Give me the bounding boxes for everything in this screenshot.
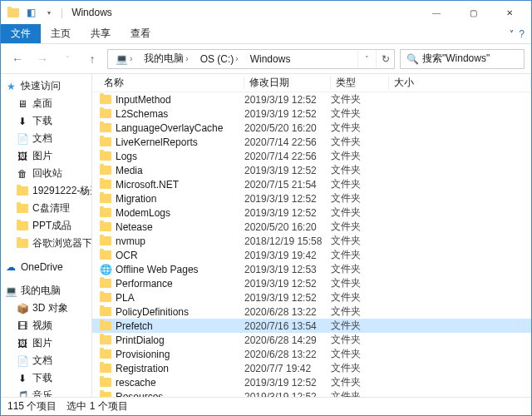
file-date: 2019/3/19 12:52 [244,193,331,205]
nav-item-icon: 🖥 [16,97,29,111]
search-input[interactable]: 🔍 搜索"Windows" [400,49,525,69]
file-row[interactable]: PrintDialog2020/6/28 14:29文件夹 [92,333,531,347]
nav-item[interactable]: 🎞视频 [1,317,91,334]
tab-file[interactable]: 文件 [1,24,41,43]
file-type: 文件夹 [331,333,389,347]
nav-item[interactable]: 🎵音乐 [1,387,91,397]
file-type: 文件夹 [331,305,389,319]
nav-item[interactable]: ⬇下载 [1,112,91,130]
file-date: 2020/6/28 13:22 [244,306,331,318]
file-row[interactable]: Performance2019/3/19 12:52文件夹 [92,276,531,290]
file-name: Registration [116,363,169,374]
forward-button[interactable]: → [32,49,52,69]
file-row[interactable]: 🌐Offline Web Pages2019/3/19 12:53文件夹 [92,262,531,276]
file-row[interactable]: InputMethod2019/3/19 12:52文件夹 [92,92,531,106]
col-name[interactable]: 名称 [99,76,244,90]
nav-item-icon [16,220,29,233]
recent-dropdown[interactable]: ˅ [57,49,77,69]
file-row[interactable]: nvmup2018/12/19 15:58文件夹 [92,234,531,248]
folder-icon [99,305,112,319]
nav-item[interactable]: 📄文档 [1,352,91,369]
column-headers[interactable]: 名称 修改日期 类型 大小 [92,74,531,92]
file-row[interactable]: Microsoft.NET2020/7/15 21:54文件夹 [92,177,531,191]
qat-properties-icon[interactable]: ◧ [24,6,37,19]
back-button[interactable]: ← [7,49,27,69]
maximize-button[interactable]: ▢ [455,1,491,24]
nav-item[interactable]: 🗑回收站 [1,165,91,182]
file-type: 文件夹 [331,375,389,389]
file-type: 文件夹 [331,191,389,206]
nav-item-label: 桌面 [32,97,52,111]
file-row[interactable]: ModemLogs2019/3/19 12:52文件夹 [92,206,531,220]
tab-share[interactable]: 共享 [81,24,121,43]
nav-pane[interactable]: ★快速访问 🖥桌面⬇下载📄文档🖼图片🗑回收站19291222-杨选C盘清理PPT… [1,74,92,397]
bc-seg[interactable]: Windows [250,53,291,65]
file-row[interactable]: Migration2019/3/19 12:52文件夹 [92,191,531,206]
col-size[interactable]: 大小 [389,76,531,90]
nav-item[interactable]: 🖼图片 [1,147,91,165]
nav-this-pc[interactable]: 💻我的电脑 [1,282,91,300]
up-button[interactable]: ↑ [82,49,102,69]
bc-dropdown-icon[interactable]: ˅ [357,50,376,68]
file-row[interactable]: PLA2019/3/19 12:52文件夹 [92,290,531,305]
ribbon-expand-icon[interactable]: ˅ [510,29,514,38]
file-type: 文件夹 [331,220,389,234]
nav-item-icon: 📦 [16,302,29,315]
nav-item-icon: 🎵 [16,389,29,398]
folder-icon [99,192,112,206]
nav-onedrive[interactable]: ☁OneDrive [1,259,91,275]
file-row[interactable]: Netease2020/5/20 16:20文件夹 [92,220,531,234]
address-bar-row: ← → ˅ ↑ 💻› 我的电脑› OS (C:)› Windows ˅ ↻ 🔍 … [1,44,531,74]
file-row[interactable]: Provisioning2020/6/28 13:22文件夹 [92,347,531,361]
file-row[interactable]: LiveKernelReports2020/7/14 22:56文件夹 [92,135,531,149]
file-date: 2019/3/19 12:52 [244,207,331,219]
folder-icon [99,348,112,361]
bc-seg[interactable]: 我的电脑 [144,52,184,66]
col-type[interactable]: 类型 [331,76,389,90]
refresh-icon[interactable]: ↻ [376,50,394,68]
file-row[interactable]: PolicyDefinitions2020/6/28 13:22文件夹 [92,305,531,319]
file-name: Netease [116,221,153,233]
minimize-button[interactable]: — [418,1,455,24]
file-name: InputMethod [116,94,171,106]
file-row[interactable]: Registration2020/7/7 19:42文件夹 [92,361,531,375]
tab-view[interactable]: 查看 [121,24,160,43]
col-date[interactable]: 修改日期 [244,76,331,90]
nav-quick-access[interactable]: ★快速访问 [1,77,91,95]
nav-item-label: 图片 [32,336,52,350]
file-row[interactable]: L2Schemas2019/3/19 12:52文件夹 [92,106,531,121]
nav-item-label: 回收站 [32,166,62,181]
nav-item[interactable]: 📦3D 对象 [1,300,91,317]
star-icon: ★ [4,80,17,93]
nav-item[interactable]: 19291222-杨选 [1,182,91,200]
file-list[interactable]: 名称 修改日期 类型 大小 InputMethod2019/3/19 12:52… [92,74,531,397]
nav-item[interactable]: C盘清理 [1,200,91,217]
nav-item[interactable]: 谷歌浏览器下载 [1,235,91,252]
file-row[interactable]: Logs2020/7/14 22:56文件夹 [92,149,531,163]
help-icon[interactable]: ? [519,28,525,40]
nav-item[interactable]: 📄文档 [1,130,91,147]
ribbon: 文件 主页 共享 查看 ˅ ? [1,24,531,44]
nav-item[interactable]: ⬇下载 [1,369,91,387]
qat-dropdown-icon[interactable]: ▾ [42,6,56,19]
file-row[interactable]: LanguageOverlayCache2020/5/20 16:20文件夹 [92,121,531,135]
nav-item[interactable]: 🖥桌面 [1,95,91,112]
file-row[interactable]: Prefetch2020/7/16 13:54文件夹 [92,319,531,333]
nav-item[interactable]: PPT成品 [1,217,91,235]
close-button[interactable]: ✕ [491,1,528,24]
file-type: 文件夹 [331,206,389,220]
app-icon [7,8,19,17]
file-name: Microsoft.NET [116,179,179,191]
nav-item-label: PPT成品 [32,219,71,233]
file-row[interactable]: Resources2019/3/19 12:52文件夹 [92,389,531,397]
nav-item-label: C盘清理 [32,201,70,215]
breadcrumb[interactable]: 💻› 我的电脑› OS (C:)› Windows ˅ ↻ [107,49,395,69]
bc-seg[interactable]: OS (C:) [200,53,234,65]
nav-item[interactable]: 🖼图片 [1,334,91,352]
file-row[interactable]: Media2019/3/19 12:52文件夹 [92,163,531,177]
file-date: 2019/3/19 12:52 [244,278,331,290]
file-date: 2019/3/19 12:52 [244,108,331,120]
file-row[interactable]: rescache2019/3/19 12:52文件夹 [92,375,531,389]
tab-home[interactable]: 主页 [41,24,81,43]
file-row[interactable]: OCR2019/3/19 19:42文件夹 [92,248,531,262]
